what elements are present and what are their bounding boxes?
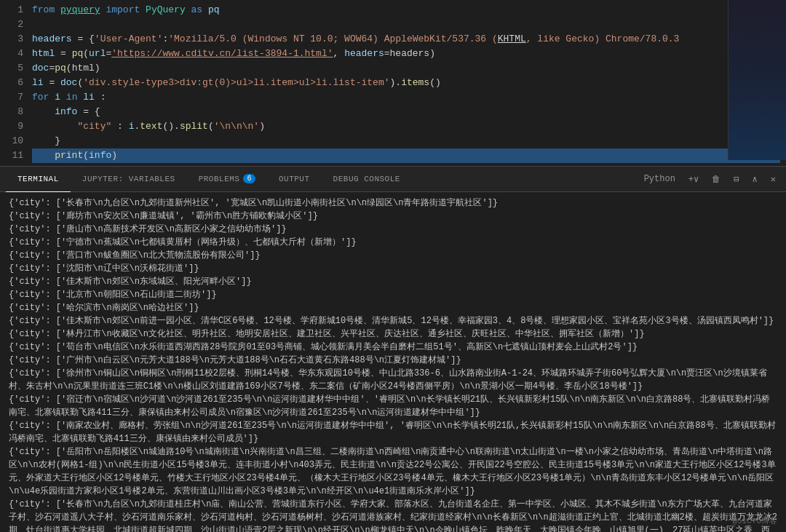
code-line-8: info = { <box>32 105 780 119</box>
code-line-10: } <box>32 134 780 148</box>
terminal-line: {'city': ['长春市\n九台区\n九郊街道桂庄村\n庙、南山公营、营城街… <box>9 498 777 532</box>
terminal-line: {'city': ['哈尔滨市\n南岗区\n哈边社区']} <box>9 301 777 314</box>
tab-problems[interactable]: PROBLEMS 6 <box>187 167 267 192</box>
tab-jupyter[interactable]: JUPYTER: VARIABLES <box>71 167 187 192</box>
terminal-line: {'city': ['唐山市\n高新技术开发区\n高新区小家之信幼幼市场']} <box>9 223 777 236</box>
terminal-line: {'city': ['北京市\n朝阳区\n石山街道二街坊']} <box>9 288 777 301</box>
code-editor: 1 2 3 4 5 6 7 8 9 10 11 from pyquery imp… <box>0 0 786 166</box>
code-line-2 <box>32 17 780 32</box>
code-line-9: "city" : i.text().split('\n\n\n') <box>32 119 780 134</box>
code-line-5: doc=pq(html) <box>32 61 780 76</box>
tab-terminal[interactable]: TERMINAL <box>6 167 71 192</box>
trash-icon[interactable]: 🗑 <box>707 172 725 186</box>
code-line-4: html = pq(url='https://www.cditv.cn/list… <box>32 47 780 61</box>
terminal-line: {'city': ['宁德市\n蕉城区\n七都镇黄厝村（网络升级）、七都镇大斤村… <box>9 236 777 249</box>
terminal-line: {'city': ['南家农业村、廊格村、劳张组\n\n沙河道261至235号\… <box>9 419 777 445</box>
code-line-6: li = doc('div.style-type3>div:gt(0)>ul>l… <box>32 76 780 90</box>
panel-tabs: TERMINAL JUPYTER: VARIABLES PROBLEMS 6 O… <box>0 167 786 192</box>
code-content[interactable]: from pyquery import PyQuery as pq header… <box>32 3 786 163</box>
code-line-11: print(info) <box>32 148 780 163</box>
problems-badge: 6 <box>243 174 255 183</box>
terminal-line: {'city': ['营口市\n鲅鱼圈区\n北大荒物流股份有限公司']} <box>9 249 777 262</box>
code-line-7: for i in li : <box>32 90 780 105</box>
watermark: @51CTO博客 <box>732 515 777 526</box>
panel-area: TERMINAL JUPYTER: VARIABLES PROBLEMS 6 O… <box>0 166 786 532</box>
panel-controls: Python +∨ 🗑 ⊟ ∧ ✕ <box>640 172 780 186</box>
line-numbers: 1 2 3 4 5 6 7 8 9 10 11 <box>0 3 32 163</box>
python-label: Python <box>640 172 680 186</box>
terminal-line: {'city': ['廊坊市\n安次区\n廉道城镇', '霸州市\n胜方铺欧豹城… <box>9 210 777 223</box>
terminal-line: {'city': ['广州市\n白云区\n元芳大道188号\n元芳大道188号\… <box>9 354 777 367</box>
add-terminal-button[interactable]: +∨ <box>684 172 703 186</box>
terminal-line: {'city': ['长春市\n九台区\n九郊街道新州社区', '宽城区\n凯山… <box>9 196 777 210</box>
terminal-line: {'city': ['林丹江市\n收藏区\n文化社区、明升社区、地明安居社区、建… <box>9 327 777 341</box>
code-line-1: from pyquery import PyQuery as pq <box>32 3 780 17</box>
tab-output[interactable]: OUTPUT <box>267 167 322 192</box>
terminal-output[interactable]: {'city': ['长春市\n九台区\n九郊街道新州社区', '宽城区\n凯山… <box>0 192 786 532</box>
split-terminal-button[interactable]: ⊟ <box>729 172 743 186</box>
close-panel-button[interactable]: ✕ <box>766 172 780 186</box>
terminal-line: {'city': ['沈阳市\n辽中区\n沃棉花街道']} <box>9 262 777 275</box>
code-line-3: headers = {'User-Agent':'Mozilla/5.0 (Wi… <box>32 32 780 47</box>
terminal-line: {'city': ['宿迁市\n宿城区\n沙河道\n沙河道261至235号\n\… <box>9 393 777 419</box>
terminal-line: {'city': ['岳阳市\n岳阳楼区\n城迪路10号\n城南街道\n兴南街道… <box>9 445 777 498</box>
terminal-line: {'city': ['苟台市\n电信区\n水乐街道西湖西路28号院房01至03号… <box>9 341 777 354</box>
terminal-line: {'city': ['徐州市\n铜山区\n铜桐区\n刑桐11校2层楼、刑桐14号… <box>9 367 777 393</box>
minimap <box>728 0 786 160</box>
terminal-line: {'city': ['佳木斯市\n郊区\n东域城区、阳光河畔小区']} <box>9 275 777 288</box>
terminal-line: {'city': ['佳木斯市\n郊区\n前进一园小区、清华C区6号楼、12号楼… <box>9 314 777 327</box>
maximize-button[interactable]: ∧ <box>748 172 762 186</box>
tab-debug-console[interactable]: DEBUG CONSOLE <box>322 167 412 192</box>
